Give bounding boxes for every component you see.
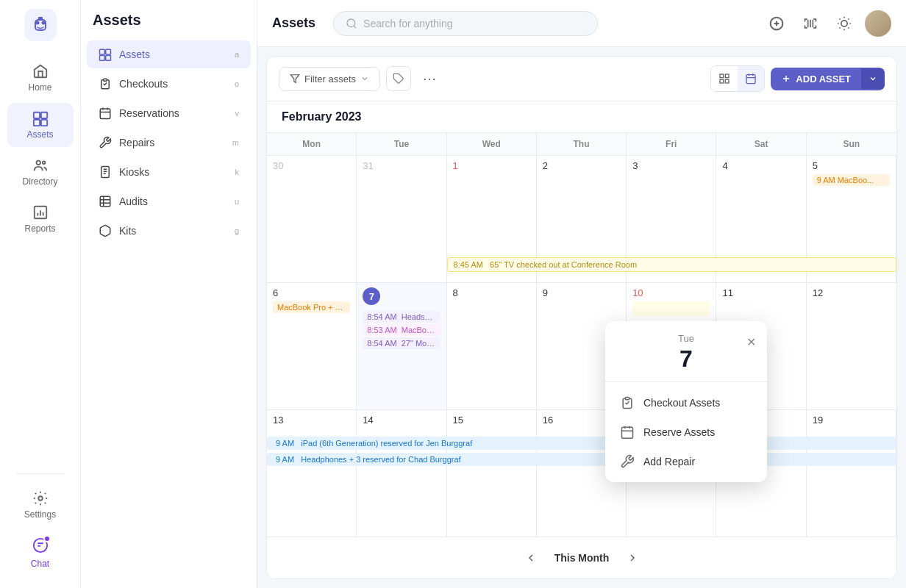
theme-btn[interactable]: [831, 10, 857, 37]
cal-cell-feb8[interactable]: 8: [447, 283, 537, 409]
day-number: 13: [273, 415, 350, 426]
svg-rect-32: [626, 398, 629, 400]
calendar-week-2: 6 MacBook Pro + 2 checked out at Main Of…: [267, 283, 896, 410]
nav-item-settings[interactable]: Settings: [7, 483, 74, 527]
day-name-sat: Sat: [716, 133, 806, 155]
sidebar-item-audits[interactable]: Audits u: [87, 187, 251, 215]
span-event-ipad: 9 AM iPad (6th Generation) reserved for …: [267, 437, 896, 450]
add-btn[interactable]: [763, 10, 790, 37]
sidebar-item-kits[interactable]: Kits g: [87, 217, 251, 245]
day-number: 2: [543, 160, 620, 171]
svg-marker-25: [290, 75, 299, 83]
cal-cell-feb12[interactable]: 12: [807, 283, 896, 409]
sidebar-item-repairs[interactable]: Repairs m: [87, 129, 251, 157]
nav-item-chat[interactable]: Chat: [7, 530, 74, 576]
day-number: 4: [722, 160, 799, 171]
topbar: Assets Search for anything: [257, 0, 906, 47]
popup-day-name: Tue: [617, 333, 755, 344]
add-icon: [781, 74, 791, 84]
filter-assets-btn[interactable]: Filter assets: [279, 67, 380, 91]
this-month-label: This Month: [554, 552, 610, 564]
calendar-view-btn[interactable]: [738, 66, 764, 91]
sidebar-item-kiosks[interactable]: Kiosks k: [87, 158, 251, 186]
sidebar-item-reservations[interactable]: Reservations v: [87, 99, 251, 127]
nav-rail: Home Assets Directory Reports Settings C…: [0, 0, 81, 588]
day-number: 10: [632, 287, 710, 298]
popup-day-num: 7: [617, 345, 755, 373]
cal-cell-feb13[interactable]: 13: [267, 410, 357, 537]
nav-item-assets[interactable]: Assets: [7, 103, 74, 147]
nav-item-reports[interactable]: Reports: [7, 197, 74, 241]
sidebar-label-checkouts: Checkouts: [119, 78, 168, 90]
cal-cell-feb14[interactable]: 14: [357, 410, 446, 537]
reserve-action-icon: [620, 425, 635, 440]
search-bar[interactable]: Search for anything: [333, 11, 598, 36]
cal-toolbar: Filter assets ⋯ ADD ASSET: [267, 57, 896, 101]
svg-rect-17: [106, 56, 111, 61]
sidebar-shortcut-kiosks: k: [235, 168, 240, 176]
repair-action-icon: [620, 454, 635, 469]
cal-cell-feb19[interactable]: 19: [807, 410, 896, 537]
calendar-area: Filter assets ⋯ ADD ASSET: [266, 56, 897, 579]
cal-cell-jan31[interactable]: 31: [357, 156, 446, 282]
more-options-btn[interactable]: ⋯: [417, 66, 442, 91]
add-asset-button[interactable]: ADD ASSET: [771, 68, 885, 90]
nav-item-home[interactable]: Home: [7, 56, 74, 100]
cal-cell-feb7[interactable]: 7 8:54 AM Headset rese... 8:53 AM MacBoo…: [357, 283, 446, 409]
sidebar-item-checkouts[interactable]: Checkouts o: [87, 70, 251, 98]
sidebar-shortcut-reservations: v: [235, 109, 240, 118]
sidebar-label-kits: Kits: [119, 225, 136, 237]
popup-action-reserve[interactable]: Reserve Assets: [605, 417, 767, 447]
sidebar: Assets Assets a Checkouts o Reservations…: [81, 0, 257, 588]
svg-point-12: [38, 496, 43, 501]
popup-action-checkout[interactable]: Checkout Assets: [605, 388, 767, 417]
day-number: 5: [813, 160, 890, 171]
add-asset-chevron-icon: [868, 74, 877, 83]
popup-close-btn[interactable]: ✕: [742, 333, 760, 351]
day-name-tue: Tue: [357, 133, 446, 155]
event-pill: 9 AM MacBoo...: [813, 174, 890, 186]
svg-rect-21: [100, 196, 110, 207]
svg-rect-16: [100, 56, 105, 61]
user-avatar[interactable]: [865, 10, 891, 37]
nav-label-reports: Reports: [24, 223, 55, 234]
day-number: 15: [453, 415, 530, 426]
nav-label-settings: Settings: [24, 509, 56, 520]
calendar-week-1: 30 31 1 2 3: [267, 156, 896, 283]
prev-month-btn[interactable]: [519, 546, 543, 570]
nav-label-home: Home: [28, 82, 51, 93]
svg-rect-31: [746, 75, 755, 84]
svg-rect-7: [33, 120, 39, 126]
next-month-btn[interactable]: [621, 546, 644, 570]
filter-chevron-icon: [360, 74, 369, 83]
span-event-headphones: 9 AM Headphones + 3 reserved for Chad Bu…: [267, 453, 896, 466]
day-name-mon: Mon: [267, 133, 357, 155]
svg-rect-4: [38, 17, 43, 21]
popup-action-repair[interactable]: Add Repair: [605, 447, 767, 476]
filter-icon: [290, 74, 300, 84]
day-number-today: 7: [363, 287, 380, 305]
sidebar-label-audits: Audits: [119, 196, 148, 207]
svg-rect-18: [104, 79, 107, 81]
event-pill-monitor: 8:54 AM 27" Monitor r...: [363, 337, 440, 349]
barcode-btn[interactable]: [797, 10, 824, 37]
svg-rect-8: [40, 120, 46, 126]
topbar-actions: [763, 10, 891, 37]
cal-cell-feb6[interactable]: 6 MacBook Pro + 2 checked out at Main Of…: [267, 283, 357, 409]
grid-view-btn[interactable]: [711, 66, 738, 91]
day-number: 6: [273, 287, 350, 298]
search-placeholder: Search for anything: [363, 18, 452, 29]
cal-cell-jan30[interactable]: 30: [267, 156, 357, 282]
reserve-action-label: Reserve Assets: [643, 426, 715, 438]
event-pill-headset: 8:54 AM Headset rese...: [363, 311, 440, 323]
sidebar-item-assets[interactable]: Assets a: [87, 40, 251, 68]
nav-item-directory[interactable]: Directory: [7, 150, 74, 194]
sidebar-label-repairs: Repairs: [119, 137, 154, 148]
cal-footer: This Month: [267, 537, 896, 578]
cal-cell-feb15[interactable]: 15: [447, 410, 537, 537]
day-number: 31: [363, 160, 440, 171]
app-logo: [24, 9, 57, 41]
day-number: 8: [453, 287, 530, 298]
calendar-body: February 2023 Mon Tue Wed Thu Fri Sat Su…: [267, 101, 896, 537]
tag-btn[interactable]: [386, 66, 411, 91]
